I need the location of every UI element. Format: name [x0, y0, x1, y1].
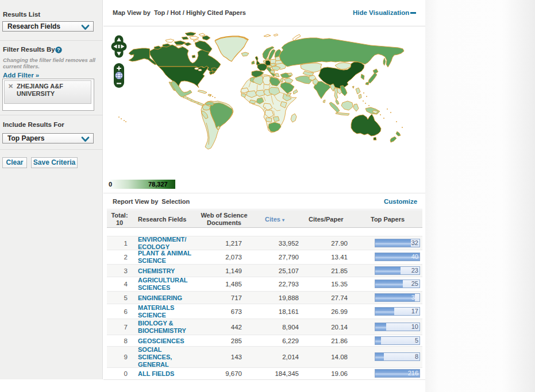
- svg-text:?: ?: [57, 47, 60, 53]
